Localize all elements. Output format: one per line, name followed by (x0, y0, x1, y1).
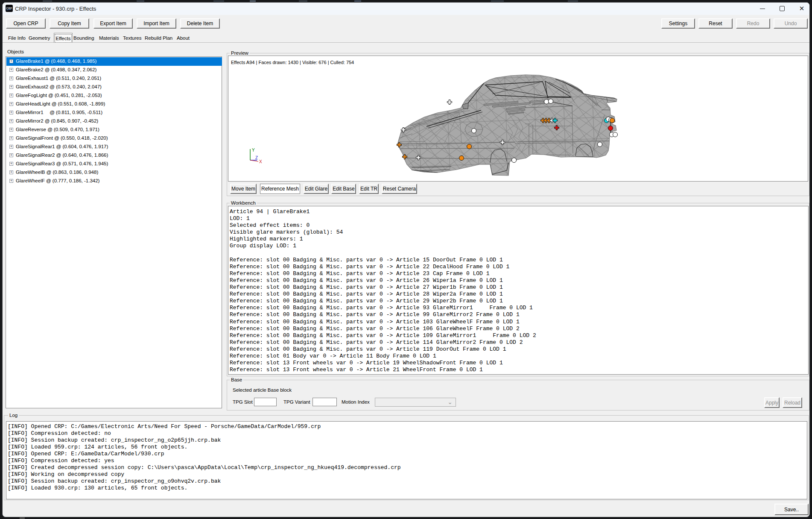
svg-text:Z: Z (255, 155, 258, 160)
svg-text:Y: Y (252, 148, 255, 152)
svg-text:X: X (259, 159, 262, 164)
